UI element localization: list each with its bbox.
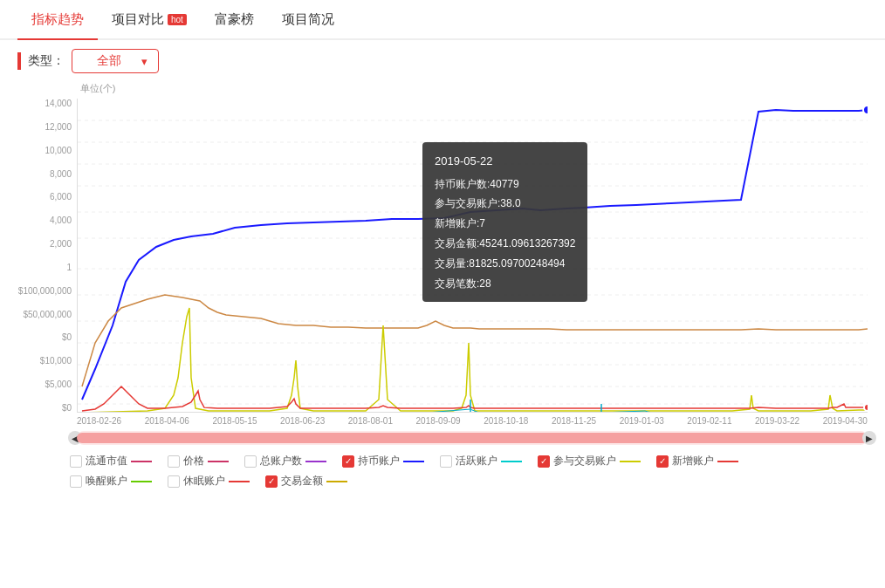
legend-item-dormant-accounts: 休眠账户 [168,474,250,489]
tooltip-date: 2019-05-22 [435,151,575,173]
type-indicator [17,52,21,70]
type-select[interactable]: 全部 ▾ [72,49,159,73]
chart-tooltip: 2019-05-22 持币账户数:40779 参与交易账户:38.0 新增账户:… [422,142,587,302]
legend-checkbox-tx-amount[interactable]: ✓ [265,475,278,488]
legend-item-active-accounts: 活跃账户 [440,454,522,468]
nav-bar: 指标趋势 项目对比 hot 富豪榜 项目简况 [0,0,885,40]
legend-item-coin-holders: ✓ 持币账户 [342,454,424,468]
filter-row: 类型： 全部 ▾ [0,40,885,82]
legend-checkbox-price[interactable] [168,455,180,468]
nav-item-rich[interactable]: 富豪榜 [201,0,268,39]
legend-checkbox-total-accounts[interactable] [244,455,257,468]
scroll-right-btn[interactable]: ▶ [862,431,876,445]
tooltip-tx-volume: 交易量:81825.09700248494 [435,254,575,274]
legend-line-coin-holders [403,461,424,462]
tooltip-new-accounts: 新增账户:7 [435,214,575,234]
legend-item-wake-accounts: 唤醒账户 [70,474,152,489]
legend-line-market-cap [131,461,152,462]
nav-item-trend[interactable]: 指标趋势 [17,0,98,40]
legend-row-1: 流通市值 价格 总账户数 ✓ 持币账户 活跃账户 ✓ [70,454,868,468]
chart-area: 单位(个) 14,000 12,000 10,000 8,000 6,000 4… [0,82,885,427]
legend-item-tx-amount: ✓ 交易金额 [265,474,347,489]
legend-line-active-accounts [501,461,522,462]
legend-item-market-cap: 流通市值 [70,454,152,468]
nav-item-summary[interactable]: 项目简况 [268,0,348,39]
legend-checkbox-market-cap[interactable] [70,455,82,468]
legend-line-tx-amount [326,481,347,482]
legend-line-wake-accounts [131,481,152,482]
legend-line-new-accounts [717,461,738,462]
legend-checkbox-tx-accounts[interactable]: ✓ [538,455,550,468]
x-axis: 2018-02-26 2018-04-06 2018-05-15 2018-06… [77,413,868,427]
type-value: 全部 [83,53,134,69]
scrollbar-container: ◀ ▶ [77,431,868,445]
legend-checkbox-dormant-accounts[interactable] [168,475,180,488]
legend-item-total-accounts: 总账户数 [244,454,326,468]
nav-badge-hot: hot [168,14,187,25]
filter-label: 类型： [28,53,65,69]
legend-checkbox-coin-holders[interactable]: ✓ [342,455,354,468]
legend-checkbox-wake-accounts[interactable] [70,475,82,488]
legend-item-price: 价格 [168,454,229,468]
tooltip-tx-accounts: 参与交易账户:38.0 [435,194,575,214]
legend-line-total-accounts [305,461,326,462]
chart-canvas[interactable]: 交易量 交易笔数 2019-05-22 持币账户数:40779 参与交易账户:3… [77,99,868,413]
legend-line-tx-accounts [620,461,641,462]
nav-item-compare[interactable]: 项目对比 hot [98,0,201,39]
legend-line-price [208,461,229,462]
tooltip-tx-amount: 交易金额:45241.09613267392 [435,234,575,254]
svg-point-13 [863,106,868,114]
svg-point-14 [864,404,868,411]
y-axis-label: 单位(个) [80,82,868,95]
tooltip-coin-holders: 持币账户数:40779 [435,174,575,195]
legend-checkbox-new-accounts[interactable]: ✓ [656,455,669,468]
scroll-thumb[interactable] [77,433,868,443]
legend-checkbox-active-accounts[interactable] [440,455,452,468]
y-axis: 14,000 12,000 10,000 8,000 6,000 4,000 2… [17,99,77,413]
legend-line-dormant-accounts [229,481,250,482]
legend-item-tx-accounts: ✓ 参与交易账户 [538,454,641,468]
dropdown-arrow-icon: ▾ [141,55,148,68]
legend-row-2: 唤醒账户 休眠账户 ✓ 交易金额 [70,474,868,489]
legend-item-new-accounts: ✓ 新增账户 [656,454,738,468]
tooltip-tx-count: 交易笔数:28 [435,274,575,294]
legend-area: 流通市值 价格 总账户数 ✓ 持币账户 活跃账户 ✓ [0,448,885,494]
